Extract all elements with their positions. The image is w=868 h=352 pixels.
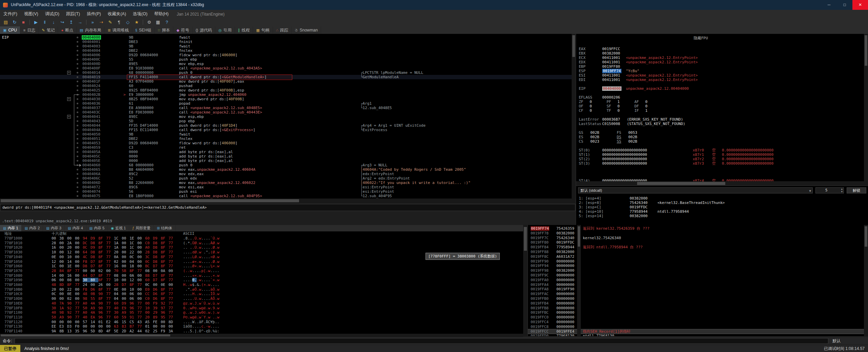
calculator-icon[interactable]: ▦ (154, 19, 162, 26)
memory-dump-pane[interactable]: 地址 十六进制 ASCII 778F10000038000094D98F771C… (0, 231, 523, 334)
dump-byte[interactable]: 00 (169, 324, 176, 329)
dump-byte[interactable]: 77 (169, 264, 176, 268)
dump-byte[interactable]: 5E (114, 329, 122, 333)
dump-byte[interactable]: 55 (91, 296, 98, 301)
register-value[interactable]: 00404000 (602, 86, 622, 91)
dump-byte[interactable]: 00 (83, 324, 91, 329)
dump-row[interactable]: 778F10F0301A927750A9907740E9967710399777… (0, 306, 523, 310)
dump-byte[interactable]: 00 (75, 278, 83, 282)
dump-byte[interactable]: 00 (137, 260, 145, 264)
dump-byte[interactable]: EE (52, 324, 59, 329)
dump-byte[interactable]: 97 (161, 306, 169, 310)
fpu-register-value[interactable]: 00000000000000000000 (602, 148, 647, 152)
dump-byte[interactable]: 00 (106, 269, 114, 273)
dump-byte[interactable]: 77 (169, 236, 176, 241)
dump-byte[interactable]: 89 (153, 315, 161, 319)
disasm-row[interactable]: 00404037E8 A9080000call <unpackme_aspack… (0, 106, 572, 110)
stack-value[interactable]: A6031A72 (556, 254, 574, 259)
stack-value[interactable]: 00000000 (556, 259, 574, 264)
dump-byte[interactable]: 8D (59, 283, 67, 287)
dump-byte[interactable]: 8F (161, 255, 169, 259)
stop-icon[interactable]: ■ (19, 19, 27, 26)
dump-byte[interactable]: 00 (122, 287, 130, 292)
dump-byte[interactable]: 8F (161, 241, 169, 245)
dump-byte[interactable]: 8D (169, 320, 176, 324)
dump-byte[interactable]: 8F (161, 296, 169, 301)
flag-value[interactable]: 0 (645, 104, 648, 108)
dump-byte[interactable]: 20 (114, 250, 122, 254)
stack-value[interactable]: 00382000 (556, 250, 574, 254)
dump-byte[interactable]: 8F (98, 241, 106, 245)
tab-memory-1[interactable]: ▤内存 1 (0, 225, 22, 231)
dump-row[interactable]: 778F10601C001E00D8D78F7716001800BCD78F77… (0, 264, 523, 268)
register-value[interactable]: 0019FF80 (602, 64, 620, 69)
disasm-row[interactable]: 0040405C0000add byte ptr ds:[eax],al (0, 154, 572, 159)
dump-byte[interactable]: 8F (161, 273, 169, 278)
dump-byte[interactable]: 77 (169, 301, 176, 306)
dump-byte[interactable]: D7 (153, 278, 161, 282)
dump-byte[interactable]: 77 (75, 283, 83, 287)
dump-byte[interactable]: 4A (91, 310, 98, 315)
dump-byte[interactable]: D7 (91, 273, 98, 278)
dump-byte[interactable]: 77 (169, 255, 176, 259)
disasm-row[interactable]: 0040407289C6mov esi,eax│esi:EntryPoint (0, 185, 572, 189)
dump-byte[interactable]: E3 (59, 324, 67, 329)
dump-row[interactable]: 778F10C00C000E00480B907704000600CCD68F77… (0, 292, 523, 296)
dump-byte[interactable]: 00 (122, 273, 130, 278)
stack-value[interactable]: 77958944 (556, 245, 574, 249)
stack-value[interactable]: 00000000 (556, 283, 574, 287)
dump-byte[interactable]: 10 (130, 287, 137, 292)
dump-byte[interactable]: 1E (130, 236, 137, 241)
dump-byte[interactable]: 12 (52, 260, 59, 264)
stack-address[interactable]: 0019FF84 (531, 245, 549, 249)
stack-address[interactable]: 0019FFBC (531, 310, 549, 315)
stack-value[interactable]: 0019FF90 (556, 287, 574, 291)
dump-byte[interactable]: 22 (67, 287, 75, 292)
patch-icon[interactable]: ✎ (106, 19, 114, 26)
fold-toggle-icon[interactable]: − (67, 97, 71, 101)
breakpoint-dot[interactable] (77, 142, 78, 144)
dump-byte[interactable]: 20 (145, 315, 153, 319)
dump-byte[interactable]: 00 (75, 320, 83, 324)
dump-byte[interactable]: 0C (145, 283, 153, 287)
dump-byte[interactable]: 00 (137, 264, 145, 268)
breakpoint-dot[interactable] (77, 173, 78, 175)
dump-byte[interactable]: 14 (67, 260, 75, 264)
breakpoint-dot[interactable] (77, 116, 78, 118)
disasm-row[interactable]: 004040435Dpop ebp (0, 119, 572, 123)
unlock-button[interactable]: 解锁 (847, 187, 866, 193)
disasm-row[interactable]: 00404053D92D 00604000fldcw word ptr ds:[… (0, 141, 572, 145)
dump-byte[interactable]: D7 (153, 273, 161, 278)
dump-row[interactable]: 778F11409A8B1335965D8D4F5E2DA2440225F93A… (0, 329, 523, 333)
flag-value[interactable]: 0 (590, 104, 592, 108)
menu-file[interactable]: 文件(F) (0, 11, 21, 17)
dump-byte[interactable]: 38 (59, 236, 67, 241)
dump-byte[interactable]: 77 (137, 306, 145, 310)
dump-byte[interactable]: D8 (153, 241, 161, 245)
breakpoint-dot[interactable] (77, 63, 78, 65)
dump-byte[interactable]: 77 (169, 292, 176, 296)
dump-byte[interactable]: 77 (75, 306, 83, 310)
stack-address[interactable]: 0019FFA0 (531, 278, 549, 282)
tab-threads[interactable]: ∥线程 (235, 26, 253, 34)
dump-byte[interactable]: 1C (114, 236, 122, 241)
dump-byte[interactable]: 77 (106, 255, 114, 259)
dump-byte[interactable]: 00 (137, 255, 145, 259)
menu-trace[interactable]: 跟踪(T) (63, 11, 83, 17)
stack-value[interactable]: 00000000 (556, 310, 574, 315)
dump-byte[interactable]: 00 (75, 241, 83, 245)
disasm-row[interactable]: 004040009Bfwait (0, 35, 572, 40)
dump-byte[interactable]: 92 (161, 301, 169, 306)
dump-byte[interactable]: 4C (83, 255, 91, 259)
fold-toggle-icon[interactable]: − (67, 71, 71, 75)
disasm-row[interactable]: 0040405E0000add byte ptr ds:[eax],al (0, 159, 572, 163)
dump-byte[interactable]: 00 (59, 296, 67, 301)
title-bar[interactable]: UnPackMe_ASPack2.12.exe - PID: 1968 - 模块… (0, 0, 868, 10)
dump-byte[interactable]: 7A (59, 301, 67, 306)
dump-byte[interactable]: 60 (145, 236, 153, 241)
breakpoint-dot[interactable] (77, 111, 78, 113)
dump-byte[interactable]: 5B (122, 269, 130, 273)
dump-row[interactable]: 778F108014001600A4D78F7708000A0088D78F77… (0, 273, 523, 278)
dump-byte[interactable]: 00 (137, 273, 145, 278)
dump-byte[interactable]: 8D (98, 329, 106, 333)
